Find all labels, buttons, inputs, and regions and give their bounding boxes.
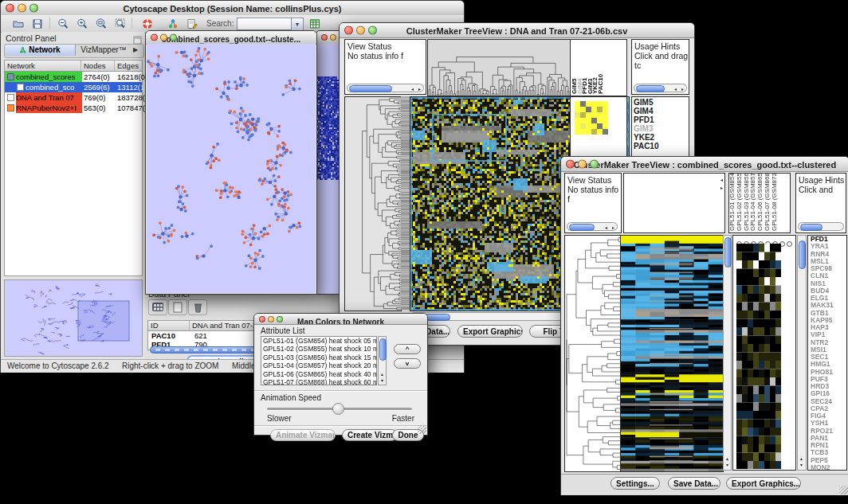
attribute-vscrollbar[interactable]: ▴ ▾ bbox=[378, 336, 387, 385]
column-dendrogram-canvas[interactable] bbox=[427, 39, 571, 96]
col-edges[interactable]: Edges bbox=[115, 61, 142, 71]
matrix-cell[interactable] bbox=[597, 118, 603, 123]
view-status-hscrollbar[interactable]: ◂ ▸ bbox=[347, 84, 424, 92]
close-button[interactable] bbox=[151, 34, 158, 41]
maximize-button[interactable] bbox=[277, 316, 283, 322]
zoom-region-button[interactable] bbox=[112, 17, 128, 30]
row-dendrogram-canvas[interactable] bbox=[344, 96, 402, 311]
scroll-left-icon[interactable]: ◂ bbox=[720, 177, 723, 183]
matrix-cell[interactable] bbox=[591, 107, 597, 112]
matrix-cell[interactable] bbox=[591, 101, 597, 107]
treeview-dna-titlebar[interactable]: ClusterMaker TreeView : DNA and Tran 07-… bbox=[340, 23, 694, 38]
matrix-cell[interactable] bbox=[591, 129, 597, 135]
matrix-cell[interactable] bbox=[580, 101, 586, 107]
matrix-cell[interactable] bbox=[603, 123, 608, 129]
scroll-thumb[interactable] bbox=[636, 85, 665, 92]
matrix-cell[interactable] bbox=[580, 129, 586, 135]
usage-hints-hscrollbar[interactable]: ◂ ▸ bbox=[634, 84, 687, 92]
show-table-button[interactable] bbox=[148, 299, 167, 315]
scroll-up-icon[interactable]: ▴ bbox=[381, 371, 383, 377]
matrix-cell[interactable] bbox=[575, 107, 580, 112]
close-button[interactable] bbox=[321, 34, 328, 41]
scroll-down-icon[interactable]: ▾ bbox=[800, 462, 803, 468]
matrix-cell[interactable] bbox=[603, 129, 608, 135]
matrix-cell[interactable] bbox=[597, 112, 603, 118]
scroll-up-icon[interactable]: ▴ bbox=[800, 455, 803, 462]
matrix-cell[interactable] bbox=[580, 118, 586, 123]
close-button[interactable] bbox=[344, 26, 353, 35]
matrix-cell[interactable] bbox=[575, 123, 580, 129]
matrix-cell[interactable] bbox=[597, 107, 603, 112]
matrix-cell[interactable] bbox=[586, 112, 591, 118]
minimize-button[interactable] bbox=[268, 316, 274, 322]
settings-button[interactable]: Settings... bbox=[610, 477, 660, 490]
network-view-titlebar[interactable]: combined_scores_good.txt--cluste... bbox=[146, 31, 316, 45]
matrix-cell[interactable] bbox=[575, 112, 580, 118]
create-vizmap-button[interactable]: Create Vizmap bbox=[342, 429, 398, 441]
maximize-button[interactable] bbox=[170, 34, 177, 41]
import-table-button[interactable] bbox=[307, 17, 323, 30]
heatmap-vscrollbar[interactable]: ▴ ▾ bbox=[723, 235, 732, 471]
col-nodes[interactable]: Nodes bbox=[81, 61, 115, 71]
attribute-item[interactable]: GPL51-02 (GSM855) heat shock 10 min bbox=[261, 345, 376, 353]
matrix-cell[interactable] bbox=[586, 107, 591, 112]
resize-grip[interactable] bbox=[839, 486, 848, 494]
scroll-thumb[interactable] bbox=[379, 338, 387, 361]
zoom-in-button[interactable] bbox=[74, 17, 90, 30]
matrix-cell[interactable] bbox=[597, 101, 603, 107]
matrix-cell[interactable] bbox=[580, 107, 586, 112]
matrix-cell[interactable] bbox=[586, 123, 591, 129]
matrix-cell[interactable] bbox=[575, 129, 580, 135]
row-dendrogram-canvas[interactable] bbox=[564, 235, 622, 472]
resize-grip[interactable] bbox=[418, 425, 426, 434]
scroll-right-icon[interactable]: ▸ bbox=[612, 225, 614, 231]
matrix-cell[interactable] bbox=[603, 112, 608, 118]
matrix-cell[interactable] bbox=[575, 118, 580, 123]
minimize-button[interactable] bbox=[18, 4, 26, 13]
matrix-cell[interactable] bbox=[580, 112, 586, 118]
scroll-left-icon[interactable]: ◂ bbox=[411, 86, 414, 92]
usage-hints-hscrollbar[interactable] bbox=[798, 222, 844, 231]
export-graphics-button[interactable]: Export Graphics... bbox=[457, 325, 523, 338]
matrix-cell[interactable] bbox=[603, 101, 608, 107]
network-row[interactable]: combined_scores2764(0)16218(0) bbox=[5, 72, 142, 82]
network-row[interactable]: RNAPuberNov2+I563(0)107847(0) bbox=[5, 103, 142, 113]
treeview-combined-titlebar[interactable]: ClusterMaker TreeView : combined_scores_… bbox=[561, 157, 848, 172]
matrix-cell[interactable] bbox=[575, 101, 580, 107]
dense-network-canvas[interactable] bbox=[316, 76, 341, 180]
maximize-button[interactable] bbox=[368, 26, 377, 35]
speed-slider-thumb[interactable] bbox=[332, 403, 344, 415]
close-button[interactable] bbox=[259, 316, 265, 322]
export-graphics-button[interactable]: Export Graphics... bbox=[726, 477, 801, 490]
close-button[interactable] bbox=[566, 160, 575, 169]
attribute-item[interactable]: GPL51-01 (GSM854) heat shock 05 min bbox=[261, 337, 376, 345]
save-data-button[interactable]: Save Data... bbox=[668, 477, 720, 490]
scroll-right-icon[interactable]: ▸ bbox=[418, 86, 421, 92]
plugin-button[interactable] bbox=[165, 17, 181, 30]
scroll-right-icon[interactable]: ▸ bbox=[681, 86, 684, 92]
tab-network[interactable]: Network bbox=[5, 45, 76, 56]
close-button[interactable] bbox=[6, 4, 14, 13]
matrix-cell[interactable] bbox=[586, 118, 591, 123]
tab-overflow-icon[interactable]: ▶ bbox=[133, 46, 138, 53]
minimize-button[interactable] bbox=[330, 34, 336, 41]
tab-vizmapper[interactable]: VizMapper™ bbox=[76, 45, 132, 56]
cluster-matrix[interactable] bbox=[575, 101, 608, 135]
open-button[interactable] bbox=[10, 17, 26, 30]
search-input[interactable] bbox=[237, 18, 292, 30]
zoom-out-button[interactable] bbox=[55, 17, 71, 30]
save-button[interactable] bbox=[29, 17, 45, 30]
matrix-cell[interactable] bbox=[597, 129, 603, 135]
dialog-titlebar[interactable]: Map Colors to Network bbox=[254, 314, 427, 325]
minimize-button[interactable] bbox=[356, 26, 365, 35]
attribute-item[interactable]: GPL51-03 (GSM856) heat shock 15 min bbox=[261, 354, 376, 361]
overview-canvas[interactable] bbox=[5, 280, 142, 356]
matrix-cell[interactable] bbox=[586, 129, 591, 135]
attribute-listbox[interactable]: GPL51-01 (GSM854) heat shock 05 minGPL51… bbox=[261, 336, 377, 385]
network-row[interactable]: combined_sco2569(6)13112(15) bbox=[5, 82, 142, 92]
scroll-left-icon[interactable]: ◂ bbox=[674, 86, 677, 92]
matrix-cell[interactable] bbox=[586, 101, 591, 107]
scroll-down-icon[interactable]: ▾ bbox=[726, 462, 728, 468]
scroll-thumb[interactable] bbox=[349, 85, 392, 92]
network-canvas[interactable] bbox=[147, 44, 316, 293]
